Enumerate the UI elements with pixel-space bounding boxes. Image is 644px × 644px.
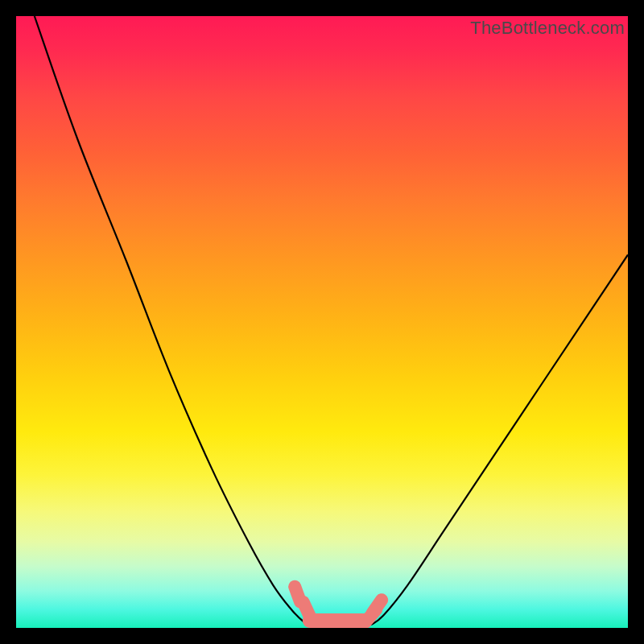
watermark-text: TheBottleneck.com [470, 18, 625, 39]
marker-right-dot-lower [365, 609, 376, 621]
curve-layer [35, 16, 628, 625]
series-right-curve [371, 254, 628, 625]
chart-svg [16, 16, 628, 628]
marker-layer [295, 587, 382, 622]
outer-frame: TheBottleneck.com [0, 0, 644, 644]
series-left-curve [35, 16, 310, 625]
